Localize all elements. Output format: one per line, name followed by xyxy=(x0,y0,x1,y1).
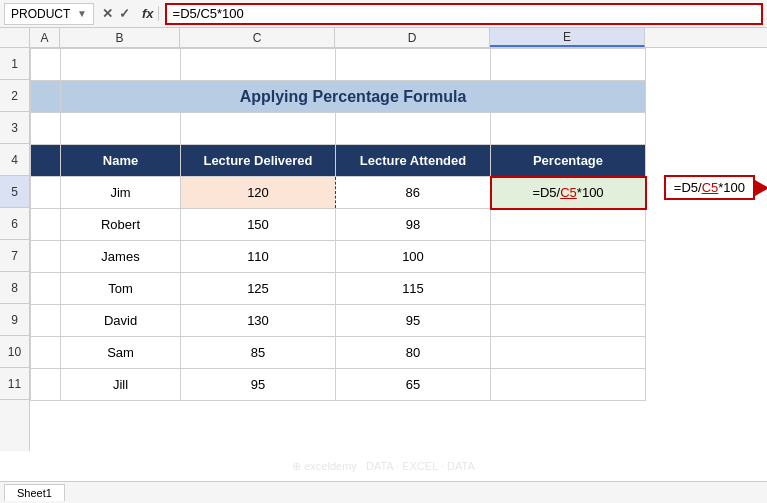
cell-a6[interactable] xyxy=(31,209,61,241)
cell-b5[interactable]: Jim xyxy=(61,177,181,209)
cell-c7[interactable]: 110 xyxy=(181,241,336,273)
cell-c4-header[interactable]: Lecture Delivered xyxy=(181,145,336,177)
table-row-3 xyxy=(31,113,646,145)
cell-b2-title[interactable]: Applying Percentage Formula xyxy=(61,81,646,113)
table-row-2: Applying Percentage Formula xyxy=(31,81,646,113)
cell-e10[interactable] xyxy=(491,337,646,369)
tab-bar: Sheet1 xyxy=(0,481,767,503)
formula-display: =D5/C5*100 xyxy=(532,185,603,200)
spreadsheet-table: Applying Percentage Formula Name Lecture… xyxy=(30,48,647,401)
cell-e9[interactable] xyxy=(491,305,646,337)
cell-a1[interactable] xyxy=(31,49,61,81)
cell-d7[interactable]: 100 xyxy=(336,241,491,273)
corner-spacer xyxy=(0,28,30,47)
col-header-a[interactable]: A xyxy=(30,28,60,47)
cell-c9[interactable]: 130 xyxy=(181,305,336,337)
cell-b1[interactable] xyxy=(61,49,181,81)
table-row-1 xyxy=(31,49,646,81)
formula-input[interactable] xyxy=(165,3,763,25)
cell-c1[interactable] xyxy=(181,49,336,81)
table-row-11: Jill 95 65 xyxy=(31,369,646,401)
cell-e5[interactable]: =D5/C5*100 xyxy=(491,177,646,209)
annotation-box: =D5/C5*100 xyxy=(664,175,755,200)
cell-a5[interactable] xyxy=(31,177,61,209)
table-row-10: Sam 85 80 xyxy=(31,337,646,369)
sheet-tab-1[interactable]: Sheet1 xyxy=(4,484,65,501)
cell-d10[interactable]: 80 xyxy=(336,337,491,369)
col-header-e[interactable]: E xyxy=(490,28,645,47)
annotation-text-before: =D5/ xyxy=(674,180,702,195)
row-header-9[interactable]: 9 xyxy=(0,304,29,336)
col-header-d[interactable]: D xyxy=(335,28,490,47)
cell-d9[interactable]: 95 xyxy=(336,305,491,337)
cell-c11[interactable]: 95 xyxy=(181,369,336,401)
watermark-bar: ⊕ exceldemy DATA · EXCEL · DATA xyxy=(0,451,767,481)
cell-a4[interactable] xyxy=(31,145,61,177)
cell-b4-header[interactable]: Name xyxy=(61,145,181,177)
watermark-text: ⊕ exceldemy DATA · EXCEL · DATA xyxy=(292,460,475,473)
cell-e4-header[interactable]: Percentage xyxy=(491,145,646,177)
annotation-text-after: *100 xyxy=(718,180,745,195)
row-header-10[interactable]: 10 xyxy=(0,336,29,368)
col-header-b[interactable]: B xyxy=(60,28,180,47)
table-row-7: James 110 100 xyxy=(31,241,646,273)
name-box-text: PRODUCT xyxy=(11,7,70,21)
table-row-5: Jim 120 86 =D5/C5*100 xyxy=(31,177,646,209)
row-header-8[interactable]: 8 xyxy=(0,272,29,304)
col-header-c[interactable]: C xyxy=(180,28,335,47)
cell-c8[interactable]: 125 xyxy=(181,273,336,305)
cell-e7[interactable] xyxy=(491,241,646,273)
grid-wrapper: 1 2 3 4 5 6 7 8 9 10 11 xyxy=(0,48,767,451)
cell-b9[interactable]: David xyxy=(61,305,181,337)
cell-b3[interactable] xyxy=(61,113,181,145)
cell-d5[interactable]: 86 xyxy=(336,177,491,209)
cell-b11[interactable]: Jill xyxy=(61,369,181,401)
row-header-2[interactable]: 2 xyxy=(0,80,29,112)
cell-d8[interactable]: 115 xyxy=(336,273,491,305)
column-headers-row: A B C D E xyxy=(0,28,767,48)
table-row-8: Tom 125 115 xyxy=(31,273,646,305)
cell-d11[interactable]: 65 xyxy=(336,369,491,401)
cell-b6[interactable]: Robert xyxy=(61,209,181,241)
cell-a8[interactable] xyxy=(31,273,61,305)
annotation-c5-red: C5 xyxy=(702,180,719,195)
cell-e3[interactable] xyxy=(491,113,646,145)
cell-d1[interactable] xyxy=(336,49,491,81)
excel-window: PRODUCT ▼ ✕ ✓ fx A B C D E 1 2 3 4 5 6 7… xyxy=(0,0,767,503)
cell-b7[interactable]: James xyxy=(61,241,181,273)
cell-a9[interactable] xyxy=(31,305,61,337)
cell-c5[interactable]: 120 xyxy=(181,177,336,209)
cell-c3[interactable] xyxy=(181,113,336,145)
cell-c6[interactable]: 150 xyxy=(181,209,336,241)
table-row-9: David 130 95 xyxy=(31,305,646,337)
row-header-1[interactable]: 1 xyxy=(0,48,29,80)
cell-a10[interactable] xyxy=(31,337,61,369)
cell-d6[interactable]: 98 xyxy=(336,209,491,241)
cancel-icon[interactable]: ✕ xyxy=(102,6,113,21)
row-header-3[interactable]: 3 xyxy=(0,112,29,144)
formula-bar: PRODUCT ▼ ✕ ✓ fx xyxy=(0,0,767,28)
cell-b8[interactable]: Tom xyxy=(61,273,181,305)
cell-b10[interactable]: Sam xyxy=(61,337,181,369)
name-box[interactable]: PRODUCT ▼ xyxy=(4,3,94,25)
cell-d4-header[interactable]: Lecture Attended xyxy=(336,145,491,177)
row-header-11[interactable]: 11 xyxy=(0,368,29,400)
cell-a11[interactable] xyxy=(31,369,61,401)
red-arrow-right xyxy=(755,180,767,196)
cell-d3[interactable] xyxy=(336,113,491,145)
cell-a7[interactable] xyxy=(31,241,61,273)
cell-e11[interactable] xyxy=(491,369,646,401)
row-header-4[interactable]: 4 xyxy=(0,144,29,176)
confirm-icon[interactable]: ✓ xyxy=(119,6,130,21)
cell-e6[interactable] xyxy=(491,209,646,241)
cell-c10[interactable]: 85 xyxy=(181,337,336,369)
cell-e1[interactable] xyxy=(491,49,646,81)
cell-a2[interactable] xyxy=(31,81,61,113)
row-header-7[interactable]: 7 xyxy=(0,240,29,272)
row-header-5[interactable]: 5 xyxy=(0,176,29,208)
row-header-6[interactable]: 6 xyxy=(0,208,29,240)
sheet-container: Applying Percentage Formula Name Lecture… xyxy=(30,48,767,451)
name-box-arrow: ▼ xyxy=(77,8,87,19)
cell-e8[interactable] xyxy=(491,273,646,305)
cell-a3[interactable] xyxy=(31,113,61,145)
